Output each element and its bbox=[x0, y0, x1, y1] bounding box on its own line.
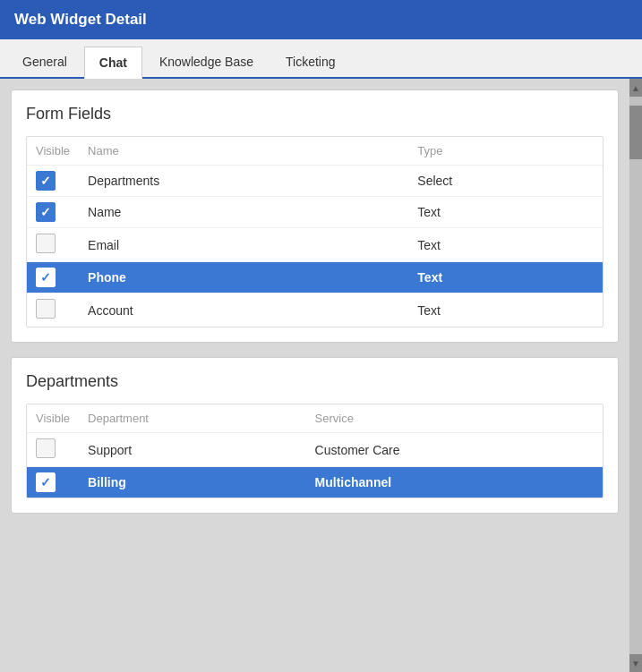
form-fields-type: Text bbox=[408, 197, 603, 228]
form-fields-row[interactable]: EmailText bbox=[27, 228, 603, 262]
title-bar: Web Widget Detail bbox=[0, 0, 642, 39]
departments-service: Customer Care bbox=[306, 433, 603, 467]
form-fields-checkbox[interactable] bbox=[36, 299, 56, 319]
departments-checkbox[interactable]: ✓ bbox=[36, 472, 56, 492]
content-area: Form Fields Visible Name Type ✓Departmen… bbox=[0, 79, 642, 672]
tab-general[interactable]: General bbox=[7, 45, 82, 77]
form-fields-checkbox-cell[interactable]: ✓ bbox=[27, 197, 79, 228]
form-fields-title: Form Fields bbox=[26, 105, 603, 123]
form-fields-checkbox[interactable]: ✓ bbox=[36, 171, 56, 191]
form-fields-type: Text bbox=[408, 228, 603, 262]
form-fields-name: Email bbox=[79, 228, 408, 262]
page-title: Web Widget Detail bbox=[14, 11, 147, 29]
form-fields-name: Account bbox=[79, 293, 408, 327]
form-fields-col-visible: Visible bbox=[27, 137, 79, 166]
tab-knowledge-base[interactable]: Knowledge Base bbox=[144, 45, 269, 77]
departments-table: Visible Department Service SupportCustom… bbox=[27, 404, 603, 498]
form-fields-name: Name bbox=[79, 197, 408, 228]
form-fields-row[interactable]: ✓PhoneText bbox=[27, 262, 603, 293]
departments-row[interactable]: ✓BillingMultichannel bbox=[27, 467, 603, 498]
form-fields-panel: Form Fields Visible Name Type ✓Departmen… bbox=[11, 89, 619, 343]
form-fields-type: Text bbox=[408, 262, 603, 293]
form-fields-name: Phone bbox=[79, 262, 408, 293]
departments-checkbox[interactable] bbox=[36, 438, 56, 458]
form-fields-checkbox[interactable] bbox=[36, 234, 56, 253]
departments-row[interactable]: SupportCustomer Care bbox=[27, 433, 603, 467]
form-fields-checkbox[interactable]: ✓ bbox=[36, 268, 56, 287]
scrollbar-down-button[interactable]: ▼ bbox=[629, 654, 642, 672]
scrollbar-grip[interactable] bbox=[629, 106, 642, 159]
departments-col-visible: Visible bbox=[27, 404, 79, 433]
departments-table-container: Visible Department Service SupportCustom… bbox=[26, 404, 603, 498]
departments-department: Billing bbox=[79, 467, 306, 498]
form-fields-col-name: Name bbox=[79, 137, 408, 166]
departments-col-service: Service bbox=[306, 404, 603, 433]
departments-title: Departments bbox=[26, 372, 603, 391]
tab-chat[interactable]: Chat bbox=[84, 47, 142, 79]
departments-department: Support bbox=[79, 433, 306, 467]
form-fields-table: Visible Name Type ✓DepartmentsSelect✓Nam… bbox=[27, 137, 603, 327]
form-fields-type: Text bbox=[408, 293, 603, 327]
departments-checkbox-cell[interactable] bbox=[27, 433, 79, 467]
form-fields-checkbox[interactable]: ✓ bbox=[36, 202, 56, 222]
form-fields-checkbox-cell[interactable] bbox=[27, 228, 79, 262]
form-fields-checkbox-cell[interactable] bbox=[27, 293, 79, 327]
form-fields-type: Select bbox=[408, 166, 603, 197]
departments-panel: Departments Visible Department Service S… bbox=[11, 357, 619, 514]
form-fields-name: Departments bbox=[79, 166, 408, 197]
form-fields-checkbox-cell[interactable]: ✓ bbox=[27, 262, 79, 293]
form-fields-header-row: Visible Name Type bbox=[27, 137, 603, 166]
form-fields-table-container: Visible Name Type ✓DepartmentsSelect✓Nam… bbox=[26, 136, 603, 327]
scrollbar-up-button[interactable]: ▲ bbox=[629, 79, 642, 97]
form-fields-col-type: Type bbox=[408, 137, 603, 166]
departments-col-department: Department bbox=[79, 404, 306, 433]
form-fields-row[interactable]: ✓DepartmentsSelect bbox=[27, 166, 603, 197]
scrollbar-track: ▲ ▼ bbox=[629, 79, 642, 672]
tab-ticketing[interactable]: Ticketing bbox=[270, 45, 351, 77]
tabs-bar: General Chat Knowledge Base Ticketing bbox=[0, 39, 642, 79]
form-fields-row[interactable]: AccountText bbox=[27, 293, 603, 327]
departments-header-row: Visible Department Service bbox=[27, 404, 603, 433]
departments-service: Multichannel bbox=[306, 467, 603, 498]
form-fields-row[interactable]: ✓NameText bbox=[27, 197, 603, 228]
departments-checkbox-cell[interactable]: ✓ bbox=[27, 467, 79, 498]
form-fields-checkbox-cell[interactable]: ✓ bbox=[27, 166, 79, 197]
